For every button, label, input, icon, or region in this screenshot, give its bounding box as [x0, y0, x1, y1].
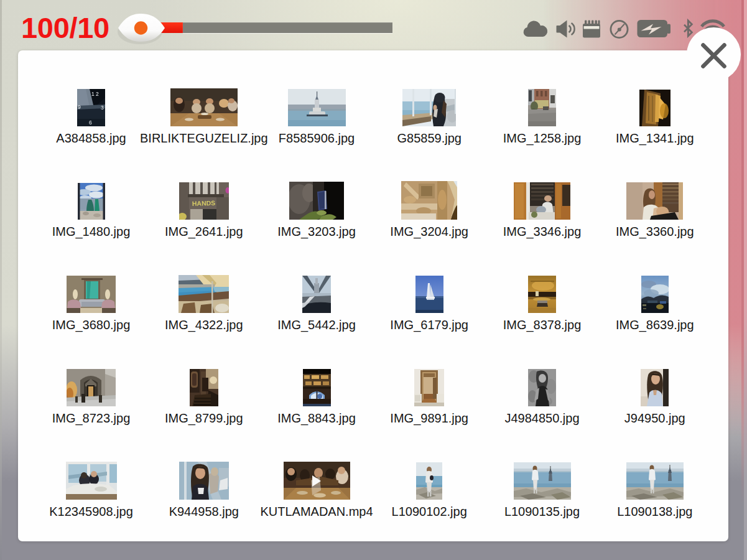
svg-text:6: 6 [89, 119, 92, 126]
svg-text:9: 9 [78, 104, 81, 110]
svg-text:1 2: 1 2 [91, 91, 99, 97]
svg-text:3: 3 [101, 105, 104, 111]
